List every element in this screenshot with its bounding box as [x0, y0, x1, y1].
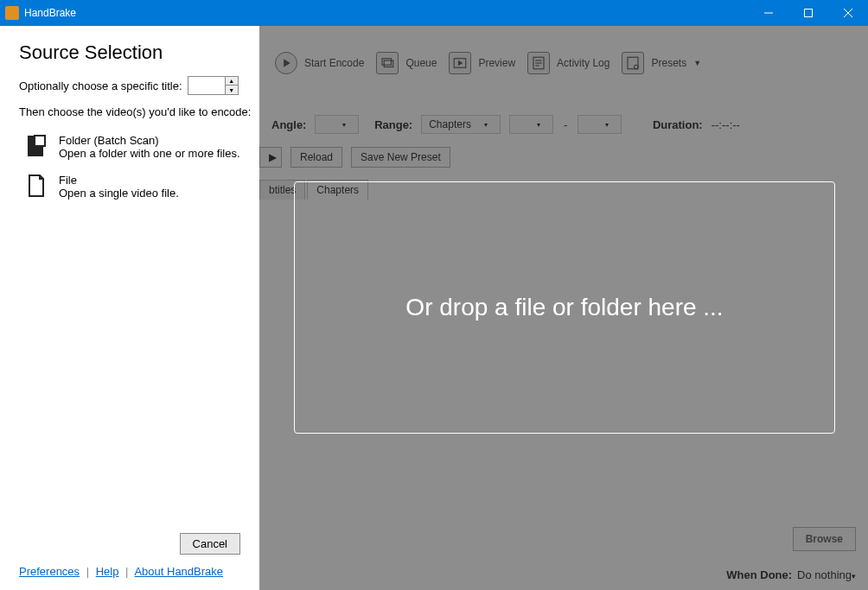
- open-file-title: File: [59, 174, 179, 187]
- maximize-button[interactable]: [788, 0, 828, 26]
- panel-footer-links: Preferences | Help | About HandBrake: [0, 565, 259, 590]
- spinner-up-button[interactable]: ▲: [226, 77, 238, 86]
- folder-icon: [26, 134, 47, 158]
- open-folder-desc: Open a folder with one or more files.: [59, 147, 240, 160]
- titlebar: HandBrake: [0, 0, 868, 26]
- title-number-input[interactable]: [188, 77, 225, 94]
- app-body: Start Encode Queue Preview Activity Log …: [0, 26, 868, 590]
- open-file-option[interactable]: File Open a single video file.: [26, 174, 259, 200]
- close-button[interactable]: [828, 0, 868, 26]
- open-file-desc: Open a single video file.: [59, 187, 179, 200]
- title-selector-row: Optionally choose a specific title: ▲ ▼: [19, 76, 259, 95]
- cancel-button[interactable]: Cancel: [180, 533, 240, 555]
- svg-rect-1: [805, 10, 813, 17]
- drop-zone-label: Or drop a file or folder here ...: [405, 294, 723, 321]
- panel-title: Source Selection: [19, 41, 259, 64]
- window-controls: [749, 0, 868, 26]
- preferences-link[interactable]: Preferences: [19, 565, 80, 578]
- title-selector-label: Optionally choose a specific title:: [19, 79, 182, 92]
- svg-rect-16: [35, 136, 45, 146]
- spinner-down-button[interactable]: ▼: [226, 86, 238, 94]
- source-selection-panel: Source Selection Optionally choose a spe…: [0, 26, 259, 590]
- window-title: HandBrake: [24, 7, 749, 19]
- minimize-button[interactable]: [749, 0, 788, 26]
- file-icon: [26, 174, 47, 198]
- help-link[interactable]: Help: [96, 565, 119, 578]
- encode-instruction-label: Then choose the video(s) you'd like to e…: [19, 105, 259, 118]
- drop-zone[interactable]: Or drop a file or folder here ...: [294, 181, 835, 434]
- app-icon: [5, 6, 19, 20]
- about-link[interactable]: About HandBrake: [134, 565, 223, 578]
- open-folder-title: Folder (Batch Scan): [59, 134, 240, 147]
- title-number-spinner[interactable]: ▲ ▼: [188, 76, 239, 95]
- open-folder-option[interactable]: Folder (Batch Scan) Open a folder with o…: [26, 134, 259, 160]
